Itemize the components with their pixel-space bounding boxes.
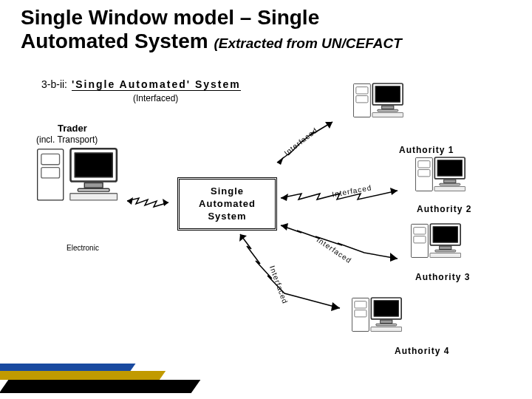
arrow-sas-to-auth2 <box>279 185 405 207</box>
diagram-section-label: 3-b-ii: 'Single Automated' System <box>41 78 241 91</box>
authority-1-computer-icon <box>353 83 403 117</box>
slide-title: Single Window model – Single Automated S… <box>21 6 402 53</box>
title-subtitle: (Extracted from UN/CEFACT <box>214 35 401 51</box>
section-prefix: 3-b-ii: <box>41 78 67 90</box>
arrow-trader-to-sas <box>126 192 177 214</box>
section-name: 'Single Automated' System <box>72 78 241 91</box>
title-line-1: Single Window model – Single <box>21 6 319 29</box>
authority-4-label: Authority 4 <box>395 346 449 356</box>
footer-decoration <box>0 349 207 399</box>
arrow-sas-to-auth4 <box>236 233 347 314</box>
sas-line-2: Automated <box>180 198 275 211</box>
single-automated-system-box: Single Automated System <box>177 177 277 231</box>
authority-3-label: Authority 3 <box>415 272 470 282</box>
authority-4-computer-icon <box>352 297 402 332</box>
trader-computer-icon <box>37 148 118 201</box>
trader-label: Trader <box>58 123 87 134</box>
title-line-2-main: Automated System <box>21 30 208 52</box>
sas-line-1: Single <box>180 185 275 198</box>
sas-line-3: System <box>180 211 275 223</box>
electronic-label: Electronic <box>66 244 99 252</box>
authority-2-label: Authority 2 <box>417 204 471 214</box>
trader-sublabel: (incl. Transport) <box>36 134 98 145</box>
authority-3-computer-icon <box>411 223 461 258</box>
arrow-sas-to-auth1 <box>273 118 347 170</box>
authority-1-label: Authority 1 <box>399 145 454 155</box>
authority-2-computer-icon <box>415 157 466 191</box>
section-sublabel: (Interfaced) <box>133 93 178 103</box>
